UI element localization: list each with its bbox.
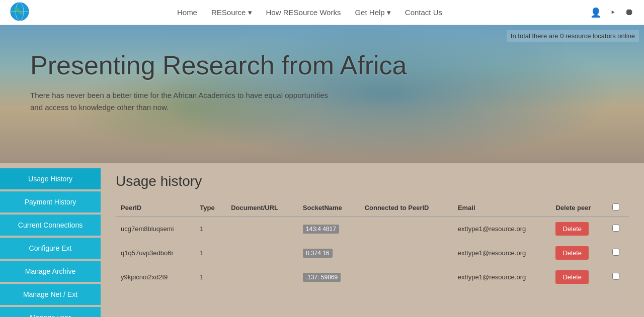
- cell-email: exttype1@resource.org: [453, 217, 551, 241]
- sidebar-item-manage-net-ext[interactable]: Manage Net / Ext: [0, 284, 101, 305]
- cell-delete: Delete: [550, 241, 607, 265]
- cell-document-url: [226, 217, 298, 241]
- sidebar-item-payment-history[interactable]: Payment History: [0, 191, 101, 213]
- svg-point-4: [19, 12, 23, 15]
- socket-badge: .137: 59869: [303, 273, 341, 282]
- hero-content: Presenting Research from Africa There ha…: [0, 25, 644, 124]
- nav-resource[interactable]: RESource ▾: [211, 8, 252, 17]
- cell-delete: Delete: [550, 265, 607, 289]
- sidebar-item-current-connections[interactable]: Current Connections: [0, 215, 101, 236]
- row-checkbox[interactable]: [612, 249, 619, 256]
- content-title: Usage history: [116, 173, 629, 189]
- table-header-row: PeerID Type Document/URL SocketName Conn…: [116, 199, 629, 217]
- user-icon[interactable]: 👤: [590, 7, 601, 18]
- sidebar-item-configure-ext[interactable]: Configure Ext: [0, 238, 101, 259]
- nav-contact[interactable]: Contact Us: [405, 8, 442, 17]
- cell-socket-name: .137: 59869: [298, 265, 360, 289]
- cell-connected-peer-id: [360, 241, 453, 265]
- nav-links: Home RESource ▾ How RESource Works Get H…: [29, 8, 590, 17]
- cell-socket-name: 143:4 4817: [298, 217, 360, 241]
- nav-get-help[interactable]: Get Help ▾: [355, 8, 390, 17]
- cell-socket-name: 8:374 16: [298, 241, 360, 265]
- col-select-all: [607, 199, 629, 217]
- cell-document-url: [226, 265, 298, 289]
- cell-peer-id: ucg7em8bluqsemi: [116, 217, 195, 241]
- sidebar-item-usage-history[interactable]: Usage History: [0, 168, 101, 189]
- row-checkbox[interactable]: [612, 225, 619, 232]
- sidebar-item-manage-user[interactable]: Manage user: [0, 307, 101, 317]
- socket-badge: 8:374 16: [303, 249, 333, 258]
- cell-checkbox: [607, 217, 629, 241]
- col-socket-name: SocketName: [298, 199, 360, 217]
- cell-checkbox: [607, 265, 629, 289]
- cell-connected-peer-id: [360, 217, 453, 241]
- cell-delete: Delete: [550, 217, 607, 241]
- delete-button[interactable]: Delete: [555, 246, 589, 260]
- nav-right-icons: 👤 ‣ ⏺: [590, 7, 634, 18]
- nav-home[interactable]: Home: [177, 8, 197, 17]
- delete-button[interactable]: Delete: [555, 222, 589, 236]
- col-document-url: Document/URL: [226, 199, 298, 217]
- cell-email: exttype1@resource.org: [453, 241, 551, 265]
- row-checkbox[interactable]: [612, 273, 619, 280]
- cell-type: 1: [195, 241, 226, 265]
- col-delete-peer: Delete peer: [550, 199, 607, 217]
- cell-document-url: [226, 241, 298, 265]
- power-icon[interactable]: ⏺: [625, 7, 634, 18]
- sidebar-item-manage-archive[interactable]: Manage Archive: [0, 261, 101, 282]
- navbar: Home RESource ▾ How RESource Works Get H…: [0, 0, 644, 25]
- main-area: Usage History Payment History Current Co…: [0, 163, 644, 317]
- cell-connected-peer-id: [360, 265, 453, 289]
- content-area: Usage history PeerID Type Document/URL S…: [101, 163, 644, 317]
- table-row: y9kpicnoi2xd2t9 1 .137: 59869 exttype1@r…: [116, 265, 629, 289]
- cell-checkbox: [607, 241, 629, 265]
- sidebar: Usage History Payment History Current Co…: [0, 163, 101, 317]
- cell-peer-id: q1q57uvp3edbo6r: [116, 241, 195, 265]
- nav-how-it-works[interactable]: How RESource Works: [266, 8, 341, 17]
- nav-logo: [10, 2, 29, 23]
- hero-section: Presenting Research from Africa There ha…: [0, 25, 644, 163]
- cell-type: 1: [195, 265, 226, 289]
- hero-title: Presenting Research from Africa: [30, 50, 614, 80]
- delete-button[interactable]: Delete: [555, 270, 589, 284]
- table-row: q1q57uvp3edbo6r 1 8:374 16 exttype1@reso…: [116, 241, 629, 265]
- col-type: Type: [195, 199, 226, 217]
- socket-badge: 143:4 4817: [303, 225, 339, 234]
- select-all-checkbox[interactable]: [612, 203, 619, 210]
- cell-peer-id: y9kpicnoi2xd2t9: [116, 265, 195, 289]
- svg-point-3: [15, 8, 20, 12]
- table-row: ucg7em8bluqsemi 1 143:4 4817 exttype1@re…: [116, 217, 629, 241]
- cell-email: exttype1@resource.org: [453, 265, 551, 289]
- col-email: Email: [453, 199, 551, 217]
- col-peer-id: PeerID: [116, 199, 195, 217]
- col-connected-peer-id: Connected to PeerID: [360, 199, 453, 217]
- hero-subtitle: There has never been a better time for t…: [30, 89, 332, 114]
- cell-type: 1: [195, 217, 226, 241]
- usage-history-table: PeerID Type Document/URL SocketName Conn…: [116, 199, 629, 289]
- rss-icon[interactable]: ‣: [610, 7, 616, 18]
